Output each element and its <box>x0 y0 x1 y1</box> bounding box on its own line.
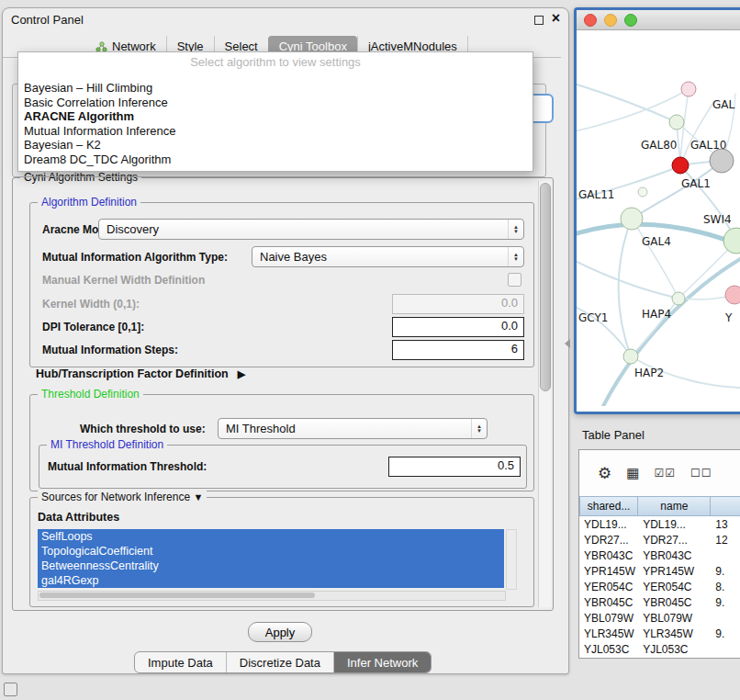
group-title: Sources for Network Inference ▼ <box>38 491 207 503</box>
control-panel-titlebar: Control Panel × <box>3 8 568 32</box>
settings-scrollbar[interactable] <box>538 181 551 607</box>
svg-text:HAP2: HAP2 <box>634 367 664 379</box>
sources-title: Sources for Network Inference <box>41 491 190 503</box>
which-threshold-select[interactable]: MI Threshold ▲▼ <box>218 418 488 439</box>
hub-definition-section[interactable]: Hub/Transcription Factor Definition ▶ <box>36 367 245 380</box>
aracne-mode-select[interactable]: Discovery ▲▼ <box>98 219 524 240</box>
table-row[interactable]: YDL19... YDL19... 13 <box>579 516 740 532</box>
table-row[interactable]: YBL079W YBL079W <box>579 610 740 626</box>
gear-icon[interactable]: ⚙ <box>598 464 611 483</box>
attributes-horizontal-scrollbar[interactable] <box>38 591 506 601</box>
column-header-shared-name[interactable]: shared... <box>579 496 638 516</box>
kernel-width-label: Kernel Width (0,1): <box>42 298 140 310</box>
columns-icon[interactable]: ▦ <box>626 465 639 481</box>
cyni-algorithm-settings-group: Cyni Algorithm Settings Algorithm Defini… <box>12 177 554 611</box>
svg-text:GAL: GAL <box>712 98 735 111</box>
attribute-list-item[interactable]: BetweennessCentrality <box>38 559 504 573</box>
column-header-name[interactable]: name <box>638 496 711 516</box>
algorithm-popup-item[interactable]: Dream8 DC_TDC Algorithm <box>18 152 533 167</box>
column-header-extra[interactable] <box>711 496 740 516</box>
restore-panel-icon[interactable] <box>4 683 17 696</box>
collapse-down-icon[interactable]: ▼ <box>193 491 203 502</box>
attribute-list-item[interactable]: gal4RGexp <box>38 573 504 588</box>
select-all-icon[interactable]: ☑☑ <box>654 467 676 480</box>
algorithm-popup-item[interactable]: Bayesian – K2 <box>18 138 533 152</box>
algorithm-popup: Select algorithm to view settings Bayesi… <box>17 51 533 172</box>
which-threshold-label: Which threshold to use: <box>80 423 206 435</box>
mi-threshold-label: Mutual Information Threshold: <box>48 460 207 473</box>
tab-discretize-data[interactable]: Discretize Data <box>226 652 333 672</box>
collapse-right-icon[interactable]: ▶ <box>238 368 245 380</box>
table-row[interactable]: YLR345W YLR345W 9. <box>579 626 740 641</box>
svg-text:HAP4: HAP4 <box>642 308 671 321</box>
mi-steps-field[interactable]: 6 <box>392 340 524 360</box>
group-title: Threshold Definition <box>38 388 143 401</box>
table-row[interactable]: YER054C YER054C 8. <box>579 579 740 594</box>
float-window-icon[interactable] <box>534 16 544 25</box>
splitter-handle[interactable] <box>565 339 570 348</box>
algorithm-popup-item[interactable]: Bayesian – Hill Climbing <box>18 81 533 96</box>
mi-type-select[interactable]: Naive Bayes ▲▼ <box>252 246 524 267</box>
svg-text:GAL4: GAL4 <box>642 235 671 248</box>
kernel-width-field[interactable]: 0.0 <box>392 294 524 314</box>
close-traffic-light-icon[interactable] <box>584 14 597 27</box>
combo-value: Discovery <box>99 222 508 236</box>
scrollbar-thumb[interactable] <box>39 593 315 598</box>
attributes-vertical-scrollbar[interactable] <box>506 529 517 590</box>
deselect-all-icon[interactable]: ☐☐ <box>690 467 712 480</box>
data-attributes-label: Data Attributes <box>38 511 119 524</box>
table-row[interactable]: YBR043C YBR043C <box>579 548 740 563</box>
svg-text:GAL11: GAL11 <box>578 188 614 201</box>
network-canvas[interactable]: GALGAL80GAL10GAL11GAL1SWI4GAL4GCY1HAP4YH… <box>577 29 740 406</box>
table-panel-window: ⚙ ▦ ☑☑ ☐☐ shared... name YDL19... YDL19.… <box>578 449 740 659</box>
svg-text:SWI4: SWI4 <box>703 213 732 226</box>
svg-text:Y: Y <box>724 311 733 324</box>
attribute-list-item[interactable]: SelfLoops <box>38 529 504 544</box>
control-panel-window: Control Panel × Network Style Select Cyn… <box>2 7 569 674</box>
combo-value: Naive Bayes <box>252 250 508 264</box>
group-title: Algorithm Definition <box>38 196 140 209</box>
close-icon[interactable]: × <box>552 10 560 27</box>
scrollbar-thumb[interactable] <box>540 183 551 391</box>
mi-threshold-definition-group: MI Threshold Definition Mutual Informati… <box>39 445 527 489</box>
manual-kernel-label: Manual Kernel Width Definition <box>42 274 205 287</box>
combo-arrows-icon: ▲▼ <box>471 419 487 438</box>
network-window-titlebar <box>577 10 740 30</box>
mi-threshold-field[interactable]: 0.5 <box>388 457 521 477</box>
mi-steps-label: Mutual Information Steps: <box>42 344 178 356</box>
bottom-tab-bar: Impute Data Discretize Data Infer Networ… <box>134 651 432 673</box>
window-title: Control Panel <box>11 13 84 27</box>
tab-infer-network[interactable]: Infer Network <box>333 652 431 672</box>
dpi-tolerance-field[interactable]: 0.0 <box>392 317 524 337</box>
algorithm-popup-prompt: Select algorithm to view settings <box>18 52 533 70</box>
minimize-traffic-light-icon[interactable] <box>604 14 617 27</box>
algorithm-popup-item[interactable]: ARACNE Algorithm <box>18 109 533 124</box>
table-row[interactable]: YDR27... YDR27... 12 <box>579 532 740 548</box>
tab-impute-data[interactable]: Impute Data <box>135 652 226 672</box>
table-toolbar: ⚙ ▦ ☑☑ ☐☐ <box>579 450 740 496</box>
combo-arrows-icon: ▲▼ <box>508 247 523 266</box>
desktop: Control Panel × Network Style Select Cyn… <box>0 0 740 700</box>
manual-kernel-width-checkbox[interactable] <box>508 273 521 287</box>
algorithm-popup-item[interactable]: Basic Correlation Inference <box>18 96 533 110</box>
dpi-tolerance-label: DPI Tolerance [0,1]: <box>42 321 144 333</box>
svg-text:GCY1: GCY1 <box>578 311 608 324</box>
svg-text:GAL1: GAL1 <box>681 177 711 190</box>
threshold-definition-group: Threshold Definition Which threshold to … <box>29 394 534 491</box>
table-row[interactable]: YBR045C YBR045C 9. <box>579 594 740 610</box>
algorithm-popup-list: Bayesian – Hill Climbing Basic Correlati… <box>18 81 533 166</box>
table-panel-title: Table Panel <box>582 428 645 442</box>
group-title: MI Threshold Definition <box>47 438 167 451</box>
table-row[interactable]: YJL053C YJL053C <box>579 641 740 657</box>
apply-button[interactable]: Apply <box>248 622 312 642</box>
algorithm-popup-item[interactable]: Mutual Information Inference <box>18 124 533 139</box>
network-view-window: GALGAL80GAL10GAL11GAL1SWI4GAL4GCY1HAP4YH… <box>574 7 740 414</box>
hub-definition-label: Hub/Transcription Factor Definition <box>36 367 229 380</box>
combo-value: MI Threshold <box>219 422 471 435</box>
sources-group: Sources for Network Inference ▼ Data Att… <box>29 497 534 607</box>
zoom-traffic-light-icon[interactable] <box>624 14 637 27</box>
algorithm-definition-group: Algorithm Definition Aracne Mode: Discov… <box>29 202 534 367</box>
attribute-list-item[interactable]: TopologicalCoefficient <box>38 544 504 559</box>
table-row[interactable]: YPR145W YPR145W 9. <box>579 563 740 579</box>
svg-text:GAL80: GAL80 <box>641 139 677 152</box>
